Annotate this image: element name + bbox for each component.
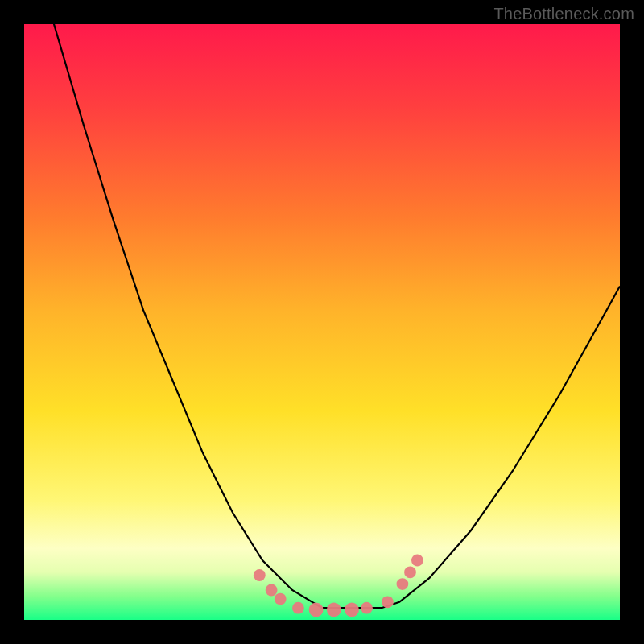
curve-markers bbox=[254, 555, 423, 617]
watermark-text: TheBottleneck.com bbox=[493, 5, 634, 23]
curve-marker bbox=[404, 566, 416, 578]
curve-marker bbox=[292, 602, 304, 614]
bottleneck-curve bbox=[24, 24, 620, 620]
curve-marker bbox=[345, 603, 359, 617]
chart-frame: TheBottleneck.com bbox=[0, 0, 644, 644]
curve-marker bbox=[254, 569, 266, 581]
plot-area bbox=[24, 24, 620, 620]
curve-marker bbox=[327, 603, 341, 617]
curve-line bbox=[24, 24, 620, 608]
curve-marker bbox=[266, 584, 278, 597]
curve-marker bbox=[361, 602, 373, 614]
curve-marker bbox=[382, 596, 394, 608]
curve-marker bbox=[275, 593, 287, 605]
curve-marker bbox=[397, 578, 409, 590]
curve-marker bbox=[309, 603, 324, 617]
curve-marker bbox=[411, 555, 423, 567]
